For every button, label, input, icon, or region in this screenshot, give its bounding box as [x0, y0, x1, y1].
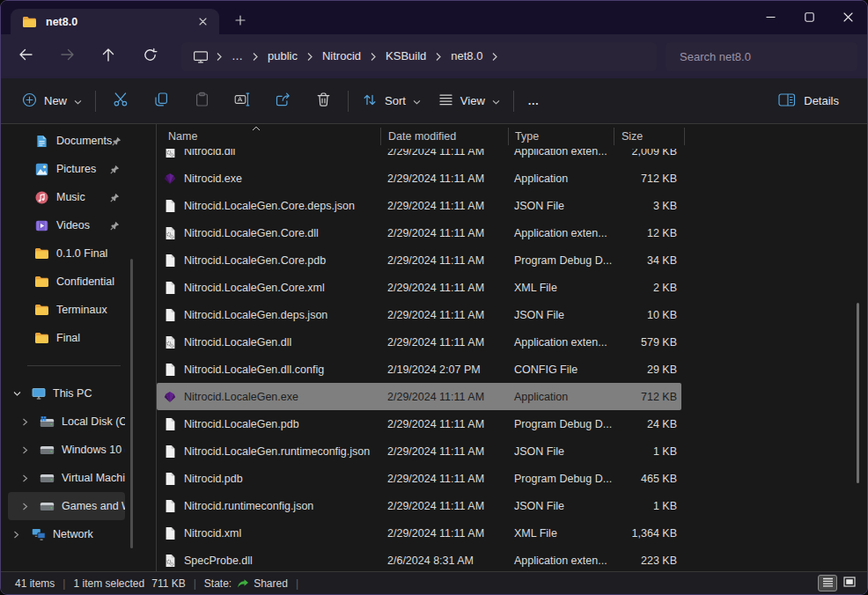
- close-button[interactable]: [828, 1, 867, 34]
- breadcrumb-segment[interactable]: Nitrocid: [314, 45, 369, 68]
- forward-button[interactable]: [52, 42, 82, 70]
- cut-button[interactable]: [100, 85, 141, 117]
- chevron-right-icon[interactable]: [22, 418, 34, 426]
- sidebar-item-games-and-wo[interactable]: Games and Wo: [8, 492, 125, 520]
- up-arrow-icon: [101, 48, 115, 66]
- breadcrumb-segment[interactable]: public: [260, 45, 305, 68]
- file-row[interactable]: Nitrocid.LocaleGen.pdb2/29/2024 11:11 AM…: [157, 410, 681, 437]
- file-list-scrollbar[interactable]: [857, 303, 859, 483]
- file-name: Nitrocid.LocaleGen.pdb: [184, 418, 299, 430]
- sort-button[interactable]: Sort: [353, 85, 430, 117]
- file-name: Nitrocid.pdb: [184, 473, 243, 485]
- chevron-right-icon[interactable]: [22, 503, 34, 511]
- sidebar-item-music[interactable]: Music: [8, 183, 125, 211]
- view-toggles: [818, 575, 859, 591]
- chevron-right-icon[interactable]: [13, 531, 26, 539]
- breadcrumb-segment[interactable]: …: [224, 45, 251, 68]
- file-size: 2 KB: [614, 282, 677, 294]
- chevron-down-icon[interactable]: [13, 391, 26, 397]
- file-row[interactable]: Nitrocid.LocaleGen.runtimeconfig.json2/2…: [157, 437, 681, 465]
- sidebar-scrollbar[interactable]: [130, 259, 133, 548]
- details-pane-icon: [778, 93, 796, 109]
- chevron-right-icon[interactable]: [22, 446, 34, 454]
- file-name-cell: Nitrocid.runtimeconfig.json: [157, 499, 380, 513]
- share-button[interactable]: [262, 85, 303, 117]
- sidebar-item-videos[interactable]: Videos: [8, 211, 125, 239]
- breadcrumb-segment[interactable]: net8.0: [443, 45, 490, 68]
- details-pane-button[interactable]: Details: [773, 85, 844, 117]
- file-row[interactable]: Nitrocid.dll2/29/2024 11:11 AMApplicatio…: [157, 149, 681, 165]
- new-tab-button[interactable]: [229, 11, 252, 31]
- sidebar-item-virtual-machin[interactable]: Virtual Machin: [8, 464, 125, 492]
- column-header-size[interactable]: Size: [614, 128, 684, 145]
- state-label: State:: [204, 577, 232, 590]
- column-header-type[interactable]: Type: [508, 128, 614, 145]
- file-row[interactable]: Nitrocid.LocaleGen.Core.deps.json2/29/20…: [157, 192, 681, 219]
- file-name: Nitrocid.LocaleGen.dll: [184, 336, 291, 349]
- file-row[interactable]: Nitrocid.exe2/29/2024 11:11 AMApplicatio…: [157, 165, 681, 192]
- sidebar-item-label: Final: [56, 332, 80, 344]
- refresh-button[interactable]: [135, 42, 165, 70]
- file-row[interactable]: SpecProbe.dll2/6/2024 8:31 AMApplication…: [157, 547, 681, 571]
- file-type: CONFIG File: [508, 364, 614, 376]
- sidebar-item-documents[interactable]: Documents: [8, 127, 125, 155]
- sidebar-item-windows-10-d[interactable]: Windows 10 (D: [8, 436, 125, 464]
- file-size: 1 KB: [614, 500, 677, 512]
- back-button[interactable]: [11, 42, 40, 70]
- details-view-toggle[interactable]: [818, 575, 837, 591]
- breadcrumb-segment[interactable]: KSBuild: [378, 45, 434, 68]
- paste-button[interactable]: [181, 85, 222, 117]
- tab-close-icon[interactable]: [193, 12, 212, 32]
- file-row[interactable]: Nitrocid.xml2/29/2024 11:11 AMXML File1,…: [157, 519, 681, 547]
- chevron-right-icon[interactable]: [22, 474, 34, 482]
- rename-button[interactable]: [222, 85, 262, 117]
- copy-button[interactable]: [141, 85, 181, 117]
- sidebar-item-pictures[interactable]: Pictures: [8, 155, 125, 183]
- up-button[interactable]: [93, 42, 123, 70]
- sidebar-item-local-disk-c[interactable]: Local Disk (C:): [8, 408, 125, 436]
- file-row[interactable]: Nitrocid.LocaleGen.Core.dll2/29/2024 11:…: [157, 219, 681, 246]
- file-row[interactable]: Nitrocid.pdb2/29/2024 11:11 AMProgram De…: [157, 465, 681, 492]
- file-name-cell: Nitrocid.dll: [157, 149, 380, 158]
- dll-file-icon: [163, 149, 177, 158]
- more-options-button[interactable]: …: [519, 85, 550, 117]
- breadcrumb-this-pc-icon[interactable]: [187, 45, 215, 68]
- navigation-bar: …publicNitrocidKSBuildnet8.0: [1, 34, 867, 78]
- file-size: 712 KB: [614, 391, 677, 403]
- file-row[interactable]: Nitrocid.LocaleGen.deps.json2/29/2024 11…: [157, 301, 681, 328]
- file-row[interactable]: Nitrocid.LocaleGen.dll2/29/2024 11:11 AM…: [157, 328, 681, 356]
- minimize-button[interactable]: [751, 1, 790, 34]
- view-button[interactable]: View: [430, 85, 509, 117]
- column-header-date-modified[interactable]: Date modified: [380, 128, 508, 145]
- file-row[interactable]: Nitrocid.runtimeconfig.json2/29/2024 11:…: [157, 492, 681, 519]
- file-name: SpecProbe.dll: [184, 555, 253, 567]
- sidebar-item-0-1-0-final[interactable]: 0.1.0 Final: [8, 239, 125, 268]
- delete-button[interactable]: [303, 85, 343, 117]
- doc-file-icon: [163, 281, 177, 295]
- file-row[interactable]: Nitrocid.LocaleGen.Core.pdb2/29/2024 11:…: [157, 246, 681, 274]
- search-box[interactable]: [666, 42, 857, 71]
- sidebar-item-network[interactable]: Network: [8, 520, 125, 548]
- sidebar-item-terminaux[interactable]: Terminaux: [8, 296, 125, 324]
- file-row[interactable]: Nitrocid.LocaleGen.dll.config2/19/2024 2…: [157, 356, 681, 383]
- address-bar[interactable]: …publicNitrocidKSBuildnet8.0: [181, 42, 657, 71]
- file-date: 2/29/2024 11:11 AM: [380, 445, 508, 458]
- maximize-button[interactable]: [790, 1, 828, 34]
- file-row[interactable]: Nitrocid.LocaleGen.exe2/29/2024 11:11 AM…: [157, 383, 681, 410]
- search-input[interactable]: [678, 49, 845, 64]
- new-button[interactable]: New: [13, 85, 91, 117]
- doc-file-icon: [163, 253, 177, 268]
- large-icons-view-toggle[interactable]: [840, 575, 859, 591]
- sidebar-item-this-pc[interactable]: This PC: [8, 379, 125, 408]
- sidebar-item-confidential[interactable]: Confidential: [8, 268, 125, 296]
- column-header-name[interactable]: Name: [157, 128, 380, 145]
- file-name-cell: Nitrocid.LocaleGen.Core.dll: [157, 226, 380, 240]
- file-name-cell: Nitrocid.LocaleGen.pdb: [157, 417, 380, 431]
- sidebar-item-final[interactable]: Final: [8, 324, 125, 352]
- drive-icon: [40, 445, 55, 455]
- file-row[interactable]: Nitrocid.LocaleGen.Core.xml2/29/2024 11:…: [157, 274, 681, 301]
- folder-icon: [34, 275, 49, 288]
- sidebar-item-label: Terminaux: [56, 304, 107, 316]
- details-view-icon: [822, 577, 834, 590]
- explorer-tab[interactable]: net8.0: [11, 9, 219, 34]
